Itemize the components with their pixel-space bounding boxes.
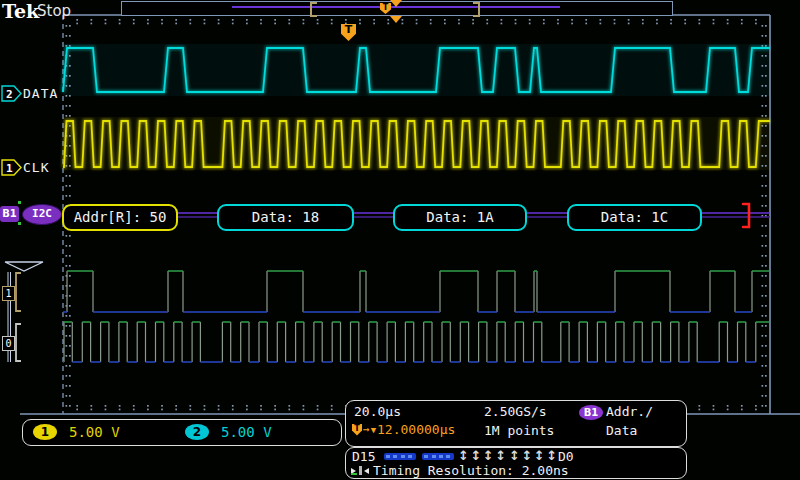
digital-readout: D15 ↕↕↕↕ ↕↕↕↕ D0 Timing Resolution: 2.00… [345, 447, 687, 479]
d15-label: D15 [352, 449, 375, 464]
trigger-arrow-icon: → [363, 423, 370, 436]
bus-decode-data-box: Data: 1C [567, 204, 702, 231]
window-bracket-left-icon [310, 2, 317, 17]
b1-badge: B1 [579, 405, 603, 420]
ch2-scale: 5.00 V [221, 424, 272, 440]
d15-d12-state-bar [384, 453, 416, 460]
expansion-point-icon [390, 16, 402, 23]
oscilloscope-screen: Tek Stop T T 2 DATA 1 CLK B1 I2C 1 0 Add… [0, 0, 800, 480]
bus-b1-marker: B1 [0, 206, 19, 222]
trigger-position-readout: T→▼12.00000µs [352, 422, 455, 437]
d0-label: D0 [558, 449, 574, 464]
acquisition-status: Stop [37, 2, 71, 20]
timing-resolution: Timing Resolution: 2.00ns [373, 463, 569, 478]
bus-type-badge: I2C [22, 204, 62, 225]
horizontal-readout: 20.0µs T→▼12.00000µs 2.50GS/s 1M points … [345, 400, 687, 447]
d11-d8-state-bar [422, 453, 454, 460]
bus-decode-data-box: Data: 18 [217, 204, 354, 231]
ch2-badge: 2 [185, 424, 209, 440]
tek-logo: Tek [2, 0, 39, 22]
record-length: 1M points [484, 423, 554, 438]
ch2-label: DATA [23, 86, 58, 101]
timebase: 20.0µs [354, 404, 401, 419]
window-bracket-right-icon [473, 2, 480, 17]
d7-d4-activity-icon: ↕↕↕↕ [458, 448, 508, 463]
ch1-marker: 1 [1, 159, 23, 177]
expansion-point-record-icon [390, 0, 402, 7]
trigger-t-icon: T [352, 424, 362, 436]
bus-decode-data-box: Data: 1A [393, 204, 527, 231]
bus-name-line1: Addr./ [606, 404, 653, 419]
ch2-marker: 2 [1, 85, 23, 103]
trigger-triangle-icon: ▼ [371, 425, 376, 435]
trigger-position-value: 12.00000µs [377, 422, 455, 437]
timing-resolution-icon [351, 465, 370, 476]
bus-range-dot-top [18, 201, 21, 204]
digital-group-indicator [0, 255, 50, 370]
svg-text:1: 1 [6, 162, 13, 175]
ch1-label: CLK [23, 160, 49, 175]
vertical-scale-readout: 1 5.00 V 2 5.00 V [22, 419, 342, 446]
d1-channel-label: 1 [2, 286, 15, 301]
bus-range-dot-bottom [18, 222, 21, 225]
sample-rate: 2.50GS/s [484, 404, 547, 419]
bus-decode-addr-box: Addr[R]: 50 [62, 204, 178, 231]
ch1-scale: 5.00 V [69, 424, 120, 440]
d0-channel-label: 0 [2, 336, 15, 351]
svg-text:2: 2 [6, 88, 13, 101]
bus-name-line2: Data [606, 423, 637, 438]
ch1-badge: 1 [33, 424, 57, 440]
d3-d0-activity-icon: ↕↕↕↕ [509, 448, 559, 463]
